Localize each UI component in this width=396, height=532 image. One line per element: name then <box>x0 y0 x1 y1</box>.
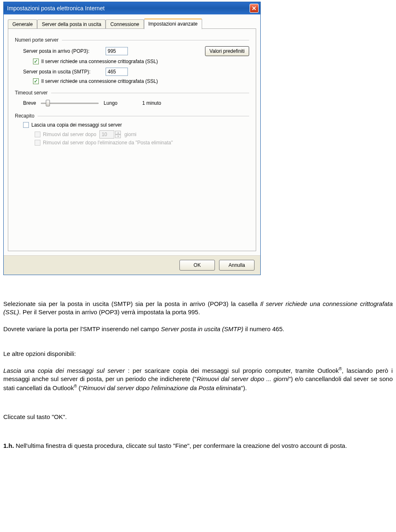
tab-strip: Generale Server della posta in uscita Co… <box>8 19 256 29</box>
smtp-port-input[interactable] <box>106 68 128 76</box>
remove-after-days-input <box>99 130 114 139</box>
close-button[interactable]: ✕ <box>250 4 259 13</box>
remove-deleted-checkbox <box>35 140 40 146</box>
tab-impostazioni-avanzate[interactable]: Impostazioni avanzate <box>144 19 202 29</box>
spinner-up-icon: ▲ <box>115 131 121 134</box>
document-text: Selezionate sia per la posta in uscita (… <box>3 300 393 450</box>
spinner-buttons: ▲ ▼ <box>115 131 121 138</box>
pop3-label: Server posta in arrivo (POP3): <box>23 48 106 54</box>
group-delivery-text: Recapito <box>15 113 34 119</box>
ssl-smtp-checkbox[interactable] <box>33 78 39 84</box>
paragraph-6: 1.h. Nell'ultima finestra di questa proc… <box>3 442 393 450</box>
spinner-down-icon: ▼ <box>115 134 121 138</box>
row-remove-after: Rimuovi dal server dopo ▲ ▼ giorni <box>35 130 249 139</box>
row-remove-deleted: Rimuovi dal server dopo l'eliminazione d… <box>35 140 249 146</box>
group-ports-label: Numeri porte server <box>15 37 249 43</box>
divider <box>62 40 249 40</box>
remove-after-label: Rimuovi dal server dopo <box>43 132 96 137</box>
leave-copy-label: Lascia una copia dei messaggi sul server <box>31 122 122 128</box>
pop3-port-input[interactable] <box>106 47 128 55</box>
defaults-button[interactable]: Valori predefiniti <box>205 46 249 56</box>
tab-connessione[interactable]: Connessione <box>106 19 144 29</box>
paragraph-2: Dovrete variare la porta per l'SMTP inse… <box>3 325 393 333</box>
timeout-long-label: Lungo <box>104 100 117 106</box>
divider <box>51 93 249 93</box>
timeout-value: 1 minuto <box>142 100 161 106</box>
timeout-short-label: Breve <box>23 100 36 106</box>
ok-button[interactable]: OK <box>179 260 215 271</box>
titlebar: Impostazioni posta elettronica Internet … <box>4 2 260 14</box>
ssl-pop3-checkbox[interactable] <box>33 59 39 64</box>
group-timeout-text: Timeout server <box>15 90 48 96</box>
group-ports-text: Numeri porte server <box>15 37 59 43</box>
dialog-window: Impostazioni posta elettronica Internet … <box>3 2 261 275</box>
window-body: Generale Server della posta in uscita Co… <box>4 14 260 255</box>
row-pop3: Server posta in arrivo (POP3): Valori pr… <box>23 46 249 56</box>
paragraph-1: Selezionate sia per la posta in uscita (… <box>3 300 393 317</box>
ssl-pop3-label: Il server richiede una connessione critt… <box>41 59 158 64</box>
group-timeout-label: Timeout server <box>15 90 249 96</box>
tab-panel-advanced: Numeri porte server Server posta in arri… <box>8 28 256 251</box>
paragraph-5: Cliccate sul tasto "OK". <box>3 413 393 421</box>
paragraph-4: Lascia una copia dei messaggi sul server… <box>3 366 393 392</box>
smtp-label: Server posta in uscita (SMTP): <box>23 69 106 75</box>
divider <box>38 116 249 116</box>
cancel-button[interactable]: Annulla <box>219 260 255 271</box>
group-delivery-label: Recapito <box>15 113 249 119</box>
ssl-smtp-label: Il server richiede una connessione critt… <box>41 78 158 84</box>
close-icon: ✕ <box>252 5 257 12</box>
row-ssl-pop3: Il server richiede una connessione critt… <box>33 59 249 64</box>
remove-after-checkbox <box>35 132 40 137</box>
row-ssl-smtp: Il server richiede una connessione critt… <box>33 78 249 84</box>
paragraph-3: Le altre opzioni disponibili: <box>3 350 393 358</box>
button-bar: OK Annulla <box>4 255 260 275</box>
remove-after-unit: giorni <box>124 132 136 137</box>
row-leave-copy: Lascia una copia dei messaggi sul server <box>23 122 249 128</box>
remove-deleted-label: Rimuovi dal server dopo l'eliminazione d… <box>43 140 173 146</box>
window-title: Impostazioni posta elettronica Internet <box>7 5 105 12</box>
tab-server-uscita[interactable]: Server della posta in uscita <box>37 19 106 29</box>
row-smtp: Server posta in uscita (SMTP): <box>23 68 249 76</box>
leave-copy-checkbox[interactable] <box>23 122 29 128</box>
tab-generale[interactable]: Generale <box>8 19 37 29</box>
row-timeout: Breve Lungo 1 minuto <box>23 99 249 107</box>
timeout-slider[interactable] <box>41 99 99 107</box>
slider-thumb[interactable] <box>46 100 50 106</box>
